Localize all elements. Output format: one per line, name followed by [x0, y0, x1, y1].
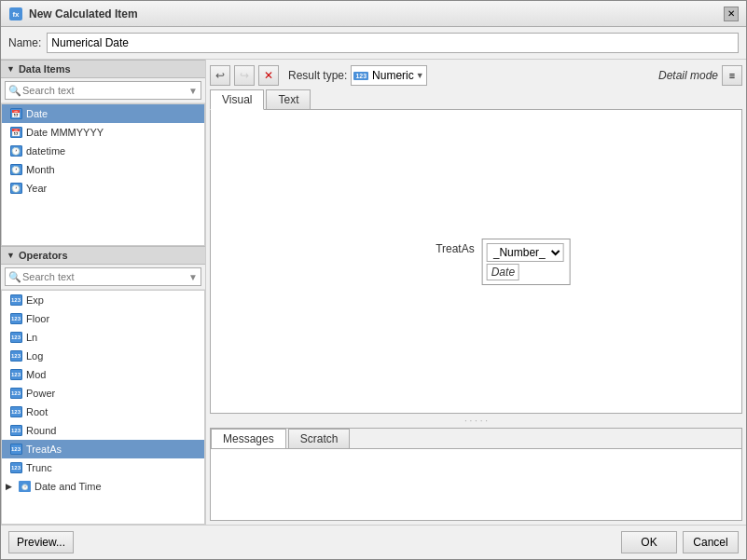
- treat-as-expression: TreatAs _Number_ _Date_ _String_ Date: [436, 239, 571, 285]
- item-label: Floor: [26, 313, 49, 324]
- treat-as-box: _Number_ _Date_ _String_ Date: [482, 239, 571, 285]
- list-item[interactable]: 123 Floor: [2, 309, 204, 328]
- title-bar-left: fx New Calculated Item: [8, 7, 138, 21]
- result-type-select[interactable]: 123 Numeric ▼: [351, 65, 426, 86]
- 123-icon: 123: [9, 387, 22, 400]
- operators-search-wrap: 🔍 ▼: [1, 265, 205, 290]
- operators-label: Operators: [19, 250, 68, 261]
- svg-text:fx: fx: [12, 10, 20, 19]
- footer: Preview... OK Cancel: [1, 525, 746, 559]
- item-label: Power: [26, 388, 55, 399]
- operators-search-clear[interactable]: ▼: [188, 272, 198, 282]
- data-items-label: Data Items: [19, 63, 71, 75]
- redo-button[interactable]: ↪: [234, 65, 255, 86]
- list-item[interactable]: 123 Round: [2, 421, 204, 440]
- item-label: Date MMMYYYY: [26, 127, 104, 138]
- treat-as-select-row: _Number_ _Date_ _String_: [487, 243, 566, 262]
- item-label: Mod: [26, 369, 46, 380]
- name-label: Name:: [8, 36, 41, 49]
- item-label: Year: [26, 183, 47, 194]
- calendar-clock-icon: 🕐: [18, 480, 31, 493]
- 123-icon: 123: [9, 294, 22, 307]
- list-item[interactable]: 123 Ln: [2, 328, 204, 347]
- detail-mode-button[interactable]: ≡: [722, 65, 742, 86]
- operators-arrow: ▼: [7, 251, 15, 260]
- name-input[interactable]: [47, 33, 739, 53]
- clock-icon: 🕐: [9, 144, 22, 157]
- undo-button[interactable]: ↩: [210, 65, 230, 86]
- main-window: fx New Calculated Item ✕ Name: ▼ Data It…: [0, 0, 747, 560]
- operators-search-input[interactable]: [5, 267, 201, 286]
- 123-icon: 123: [9, 461, 22, 474]
- data-items-header[interactable]: ▼ Data Items: [1, 60, 205, 78]
- cancel-button[interactable]: Cancel: [683, 531, 739, 553]
- list-item[interactable]: 📅 Date: [2, 104, 204, 123]
- list-item[interactable]: 🕐 Year: [2, 179, 204, 198]
- item-label: Round: [26, 425, 56, 436]
- list-item[interactable]: 123 Exp: [2, 291, 204, 309]
- item-label: Date: [26, 108, 48, 119]
- list-item[interactable]: 123 Root: [2, 403, 204, 421]
- item-label: Log: [26, 350, 43, 362]
- svg-text:🕐: 🕐: [21, 484, 29, 491]
- list-item[interactable]: 📅 Date MMMYYYY: [2, 123, 204, 142]
- name-row: Name:: [1, 27, 746, 60]
- title-bar: fx New Calculated Item ✕: [1, 1, 746, 27]
- list-item[interactable]: 123 Power: [2, 384, 204, 403]
- data-items-search-input[interactable]: [5, 81, 201, 100]
- operators-list: 123 Exp 123 Floor 123 Ln 123 Log: [1, 290, 205, 525]
- bottom-content: [211, 449, 741, 520]
- expand-arrow: ▶: [6, 482, 12, 491]
- item-label: Root: [26, 406, 48, 417]
- clock-icon: 🕐: [9, 182, 22, 195]
- editor-tabs: Visual Text: [210, 89, 742, 110]
- data-items-section: ▼ Data Items 🔍 ▼ 📅 Date: [1, 60, 205, 246]
- tab-messages[interactable]: Messages: [211, 429, 286, 448]
- numeric-icon: 123: [353, 72, 368, 80]
- preview-button[interactable]: Preview...: [8, 531, 74, 553]
- editor-area: TreatAs _Number_ _Date_ _String_ Date: [210, 110, 742, 414]
- list-item[interactable]: 123 Trunc: [2, 458, 204, 477]
- bottom-panel: Messages Scratch: [210, 428, 742, 521]
- item-label: Ln: [26, 332, 37, 343]
- detail-mode-label: Detail mode: [658, 69, 718, 82]
- bottom-tabs: Messages Scratch: [211, 429, 741, 449]
- calculator-icon: fx: [8, 7, 23, 21]
- item-label: datetime: [26, 145, 65, 157]
- data-items-search-wrap: 🔍 ▼: [1, 78, 205, 103]
- 123-icon: 123: [9, 312, 22, 325]
- item-label: Exp: [26, 294, 44, 306]
- 123-icon: 123: [9, 443, 22, 456]
- list-item[interactable]: 123 Log: [2, 347, 204, 365]
- list-item[interactable]: 123 Mod: [2, 365, 204, 384]
- 123-icon: 123: [9, 349, 22, 362]
- 123-icon: 123: [9, 424, 22, 437]
- data-items-list: 📅 Date 📅 Date MMMYYYY 🕐: [1, 103, 205, 246]
- divider: · · · · ·: [210, 414, 742, 428]
- result-type-value: Numeric: [372, 69, 414, 82]
- data-items-search-clear[interactable]: ▼: [188, 86, 198, 96]
- calendar-icon: 📅: [9, 126, 22, 139]
- tab-scratch[interactable]: Scratch: [288, 429, 351, 448]
- treat-as-value: Date: [487, 264, 519, 280]
- delete-button[interactable]: ✕: [258, 65, 279, 86]
- right-panel: ↩ ↪ ✕ Result type: 123 Numeric ▼ Detail …: [206, 60, 746, 525]
- tab-visual[interactable]: Visual: [210, 89, 264, 110]
- operators-header[interactable]: ▼ Operators: [1, 246, 205, 265]
- result-type-dropdown-arrow[interactable]: ▼: [416, 71, 424, 80]
- close-button[interactable]: ✕: [724, 7, 739, 21]
- toolbar-row: ↩ ↪ ✕ Result type: 123 Numeric ▼ Detail …: [210, 63, 742, 89]
- list-item[interactable]: ▶ 🕐 Date and Time: [2, 477, 204, 496]
- ok-button[interactable]: OK: [621, 531, 677, 553]
- calendar-icon: 📅: [9, 107, 22, 120]
- list-item[interactable]: 123 TreatAs: [2, 440, 204, 458]
- 123-icon: 123: [9, 405, 22, 418]
- treat-as-type-select[interactable]: _Number_ _Date_ _String_: [487, 243, 564, 262]
- list-item[interactable]: 🕐 Month: [2, 160, 204, 179]
- left-panel: ▼ Data Items 🔍 ▼ 📅 Date: [1, 60, 206, 525]
- data-items-search-icon: 🔍: [8, 85, 21, 97]
- tab-text[interactable]: Text: [266, 89, 311, 109]
- 123-icon: 123: [9, 368, 22, 381]
- list-item[interactable]: 🕐 datetime: [2, 142, 204, 160]
- operators-search-icon: 🔍: [8, 271, 21, 283]
